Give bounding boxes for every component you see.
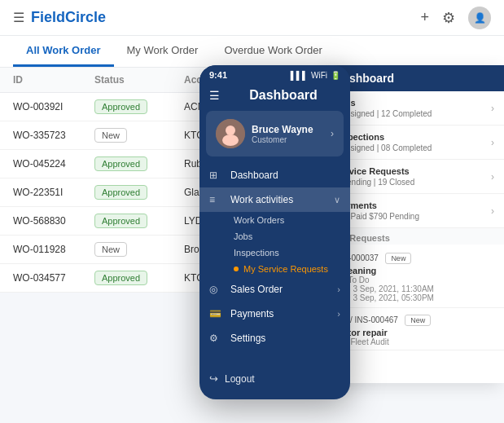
menu-item-settings[interactable]: ⚙ Settings [199, 326, 350, 350]
right-panel: Dashboard Jobs 6 Assigned | 12 Completed… [325, 65, 504, 383]
wo-mini-sub1: pe: To Do [335, 275, 494, 284]
submenu-my-service-requests[interactable]: My Service Requests [224, 261, 350, 277]
rp-card-inspections[interactable]: Inspections 2 Assigned | 08 Completed › [325, 126, 504, 160]
sales-order-arrow-icon: › [337, 284, 340, 294]
row-id: WO-568830 [13, 215, 94, 227]
menu-item-work-activities[interactable]: ≡ Work activities ∨ [199, 187, 350, 212]
row-status: Approved [94, 99, 184, 114]
col-header-id: ID [13, 74, 94, 86]
menu-label-settings: Settings [230, 333, 340, 344]
user-avatar [216, 119, 245, 148]
phone-time: 9:41 [209, 70, 227, 80]
row-id: WO-011928 [13, 244, 94, 255]
row-status: New [94, 128, 184, 143]
rp-card-payments[interactable]: Payments 250 Paid $790 Pending › [325, 194, 504, 228]
ins-mini-row: ons / INS-000467 New erator repair ory: … [325, 308, 504, 350]
rp-payments-arrow-icon: › [491, 205, 494, 217]
work-activities-submenu: Work Orders Jobs Inspections My Service … [199, 212, 350, 277]
phone-header: ☰ Dashboard [199, 83, 350, 108]
ins-mini-sub: ory: Fleet Audit [335, 337, 494, 346]
tab-my-work-order[interactable]: My Work Order [114, 36, 212, 67]
user-name: Bruce Wayne [252, 124, 331, 135]
ins-mini-id-badge: ons / INS-000467 New [335, 311, 494, 326]
top-navigation: ☰ FieldCircle + ⚙ 👤 [0, 0, 504, 36]
signal-icon: ▌▌▌ [291, 71, 308, 80]
phone-status-icons: ▌▌▌ WiFi 🔋 [291, 71, 340, 80]
wo-mini-badge: New [385, 253, 411, 264]
rp-card-jobs[interactable]: Jobs 6 Assigned | 12 Completed › [325, 91, 504, 126]
menu-item-payments[interactable]: 💳 Payments › [199, 302, 350, 326]
sales-order-icon: ◎ [209, 284, 224, 295]
logout-icon: ↪ [209, 372, 218, 385]
tab-overdue-work-order[interactable]: Overdue Work Order [211, 36, 335, 67]
work-activities-chevron-icon: ∨ [334, 195, 340, 205]
payments-icon: 💳 [209, 308, 224, 319]
tab-all-work-order[interactable]: All Work Order [13, 36, 114, 67]
ins-mini-badge: New [405, 315, 431, 326]
battery-icon: 🔋 [331, 71, 340, 80]
row-status: Approved [94, 271, 184, 285]
row-status: Approved [94, 156, 184, 171]
ins-mini-title: erator repair [335, 328, 494, 337]
rp-header: Dashboard [325, 65, 504, 91]
hamburger-icon[interactable]: ☰ [13, 10, 24, 25]
rp-section-service-label: ice Requests [325, 228, 504, 245]
wo-mini-id-badge: WO-000037 New [335, 249, 494, 264]
wifi-icon: WiFi [311, 71, 327, 80]
menu-label-dashboard: Dashboard [230, 170, 340, 181]
menu-item-dashboard[interactable]: ⊞ Dashboard [199, 163, 350, 187]
phone-overlay: 9:41 ▌▌▌ WiFi 🔋 ☰ Dashboard Bruce Wayne … [199, 65, 350, 399]
phone-dashboard-title: Dashboard [226, 88, 340, 103]
wo-mini-row: WO-000037 New t cleaning pe: To Do Tue, … [325, 245, 504, 308]
work-activities-icon: ≡ [209, 194, 224, 205]
wo-mini-sub3: Tue, 3 Sep, 2021, 05:30PM [335, 293, 494, 302]
row-id: WO-034577 [13, 272, 94, 284]
rp-jobs-arrow-icon: › [491, 103, 494, 114]
avatar[interactable]: 👤 [468, 7, 491, 29]
payments-arrow-icon: › [337, 309, 340, 319]
user-profile-arrow-icon: › [331, 128, 334, 139]
nav-actions: + ⚙ 👤 [420, 7, 491, 29]
wo-mini-sub2: Tue, 3 Sep, 2021, 11:30AM [335, 284, 494, 293]
svg-point-2 [222, 134, 239, 146]
row-status: New [94, 242, 184, 257]
logout-label: Logout [225, 373, 255, 385]
active-indicator-dot [234, 267, 239, 271]
row-id: WO-045224 [13, 158, 94, 170]
row-id: WO-22351I [13, 187, 94, 198]
user-profile[interactable]: Bruce Wayne Customer › [206, 111, 344, 156]
user-info: Bruce Wayne Customer [252, 124, 331, 144]
col-header-status: Status [94, 74, 184, 86]
menu-label-sales-order: Sales Order [230, 284, 337, 295]
menu-label-work-activities: Work activities [230, 194, 334, 205]
submenu-jobs[interactable]: Jobs [224, 228, 350, 245]
settings-icon: ⚙ [209, 333, 224, 344]
submenu-inspections[interactable]: Inspections [224, 245, 350, 261]
phone-status-bar: 9:41 ▌▌▌ WiFi 🔋 [199, 65, 350, 83]
tab-bar: All Work Order My Work Order Overdue Wor… [0, 36, 504, 68]
row-status: Approved [94, 214, 184, 228]
row-id: WO-335723 [13, 130, 94, 141]
brand-name: FieldCircle [31, 9, 420, 26]
wo-mini-title: t cleaning [335, 266, 494, 275]
rp-card-service-requests[interactable]: Service Requests 2 Pending | 19 Closed › [325, 160, 504, 194]
svg-point-1 [226, 126, 235, 135]
submenu-work-orders[interactable]: Work Orders [224, 212, 350, 228]
plus-icon[interactable]: + [420, 9, 429, 26]
logout-button[interactable]: ↪ Logout [199, 366, 350, 391]
phone-hamburger-icon[interactable]: ☰ [209, 89, 220, 102]
rp-inspections-arrow-icon: › [491, 137, 494, 148]
menu-item-sales-order[interactable]: ◎ Sales Order › [199, 277, 350, 302]
dashboard-icon: ⊞ [209, 170, 224, 181]
user-role: Customer [252, 135, 331, 144]
row-status: Approved [94, 185, 184, 200]
row-id: WO-00392I [13, 101, 94, 112]
rp-service-requests-arrow-icon: › [491, 171, 494, 183]
gear-icon[interactable]: ⚙ [442, 9, 455, 27]
mobile-menu: ⊞ Dashboard ≡ Work activities ∨ Work Ord… [199, 160, 350, 354]
menu-label-payments: Payments [230, 308, 337, 319]
my-service-requests-label: My Service Requests [243, 264, 328, 274]
